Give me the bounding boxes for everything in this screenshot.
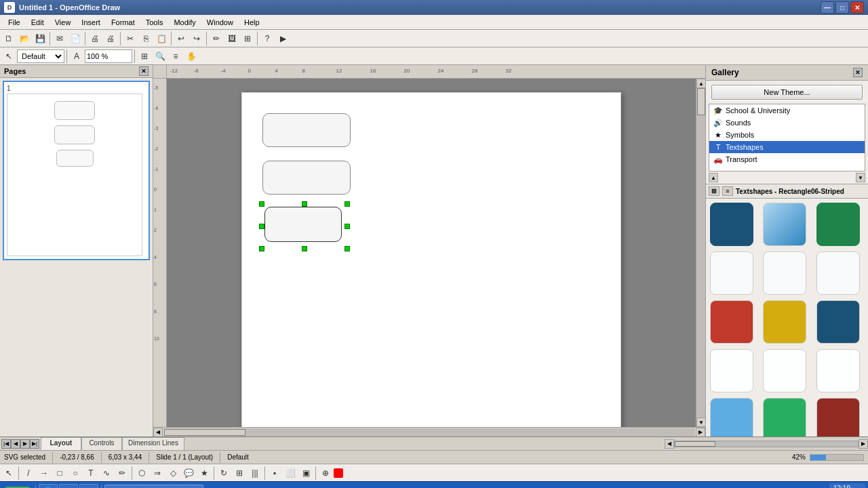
- gallery-grid-view-button[interactable]: ⊞: [709, 186, 719, 196]
- undo-button[interactable]: ↩: [174, 31, 189, 46]
- gallery-cell-7[interactable]: [709, 299, 755, 345]
- tab-scroll-right[interactable]: ▶: [859, 439, 868, 449]
- shape-2[interactable]: [262, 161, 351, 195]
- zoom-in-btn[interactable]: 🔍: [153, 49, 167, 64]
- new-theme-button[interactable]: New Theme...: [711, 85, 863, 100]
- layer-btn[interactable]: ≡: [168, 49, 183, 64]
- arrow-tool[interactable]: →: [37, 466, 52, 481]
- tab-controls[interactable]: Controls: [81, 437, 122, 450]
- hscroll-thumb[interactable]: [164, 429, 245, 436]
- pages-close-button[interactable]: ✕: [139, 66, 149, 76]
- ellipse-tool[interactable]: ○: [68, 466, 83, 481]
- save-button[interactable]: 💾: [33, 31, 47, 46]
- gallery-close-button[interactable]: ✕: [853, 68, 863, 77]
- draw-btn[interactable]: ✏: [209, 31, 224, 46]
- gallery-cell-5[interactable]: [762, 250, 808, 296]
- taskbar-oo-draw[interactable]: Untitled 1 - OpenOffice Draw: [104, 485, 203, 489]
- paste-button[interactable]: 📋: [154, 31, 169, 46]
- menu-format[interactable]: Format: [106, 17, 140, 28]
- move-btn[interactable]: ✋: [184, 49, 199, 64]
- email-button[interactable]: ✉: [52, 31, 67, 46]
- theme-textshapes[interactable]: T Textshapes: [709, 141, 865, 153]
- gallery-cell-10[interactable]: [709, 348, 755, 394]
- page-style-combo[interactable]: Default: [17, 49, 64, 63]
- 3d-tool[interactable]: ⬜: [283, 466, 298, 481]
- style-btn[interactable]: A: [69, 49, 84, 64]
- zoom-slider[interactable]: [810, 454, 864, 461]
- rect-tool[interactable]: □: [52, 466, 67, 481]
- new-button[interactable]: 🗋: [1, 31, 16, 46]
- vscroll-down-button[interactable]: ▼: [696, 418, 705, 427]
- gallery-list-scroll-up[interactable]: ▲: [709, 173, 718, 182]
- taskbar-ie[interactable]: 🌐: [39, 484, 58, 489]
- tab-area-empty[interactable]: [184, 437, 665, 450]
- shadow-tool[interactable]: ▪: [267, 466, 282, 481]
- drawing-canvas[interactable]: [167, 79, 696, 427]
- menu-file[interactable]: File: [3, 17, 26, 28]
- handle-bm[interactable]: [302, 246, 307, 251]
- gallery-cell-14[interactable]: [762, 396, 808, 436]
- position-tool[interactable]: ⊕: [318, 466, 333, 481]
- extrude-tool[interactable]: ▣: [298, 466, 313, 481]
- menu-view[interactable]: View: [50, 17, 77, 28]
- distribute-tool[interactable]: |||: [248, 466, 262, 481]
- menu-tools[interactable]: Tools: [140, 17, 169, 28]
- help-button[interactable]: ?: [260, 31, 275, 46]
- tab-prev-button[interactable]: ◀: [11, 439, 20, 449]
- arrow-btn[interactable]: ↖: [1, 49, 16, 64]
- handle-br[interactable]: [344, 246, 350, 251]
- taskbar-media[interactable]: ▶: [79, 484, 98, 489]
- hscroll-right-button[interactable]: ▶: [696, 428, 705, 437]
- shape-1[interactable]: [262, 113, 351, 147]
- copy-button[interactable]: ⎘: [138, 31, 153, 46]
- print-button[interactable]: 🖨: [103, 31, 118, 46]
- page-1-container[interactable]: 1: [3, 81, 150, 260]
- gallery-cell-8[interactable]: [762, 299, 808, 345]
- menu-modify[interactable]: Modify: [168, 17, 201, 28]
- tab-last-button[interactable]: ▶|: [30, 439, 39, 449]
- fit-page-btn[interactable]: ⊞: [137, 49, 152, 64]
- shapes-tool[interactable]: ⬡: [134, 466, 149, 481]
- rotate-tool[interactable]: ↻: [216, 466, 231, 481]
- handle-bl[interactable]: [259, 246, 264, 251]
- gallery-cell-15[interactable]: [815, 396, 861, 436]
- handle-tr[interactable]: [344, 201, 350, 207]
- gallery-cell-13[interactable]: [709, 396, 755, 436]
- vscroll-thumb[interactable]: [697, 88, 705, 115]
- menu-insert[interactable]: Insert: [76, 17, 106, 28]
- open-button[interactable]: 📂: [17, 31, 32, 46]
- maximize-button[interactable]: □: [835, 1, 849, 14]
- redo-button[interactable]: ↪: [189, 31, 204, 46]
- gallery-cell-9[interactable]: [815, 299, 861, 345]
- print-preview-button[interactable]: 🖨: [87, 31, 102, 46]
- theme-transport[interactable]: 🚗 Transport: [709, 153, 865, 165]
- close-button[interactable]: ✕: [850, 1, 864, 14]
- menu-window[interactable]: Window: [201, 17, 239, 28]
- minimize-button[interactable]: —: [821, 1, 834, 14]
- gallery-list-scroll-down[interactable]: ▼: [856, 173, 865, 182]
- theme-symbols[interactable]: ★ Symbols: [709, 129, 865, 141]
- gallery-cell-3[interactable]: [815, 201, 861, 247]
- handle-mr[interactable]: [344, 224, 350, 229]
- macro-button[interactable]: ▶: [275, 31, 290, 46]
- hscroll-left-button[interactable]: ◀: [153, 428, 163, 437]
- gallery-cell-11[interactable]: [762, 348, 808, 394]
- align-tool[interactable]: ⊞: [232, 466, 247, 481]
- tab-dimension-lines[interactable]: Dimension Lines: [122, 437, 184, 450]
- gallery-cell-12[interactable]: [815, 348, 861, 394]
- block-arrows-tool[interactable]: ⇒: [150, 466, 165, 481]
- gallery-list-view-button[interactable]: ≡: [722, 186, 733, 196]
- line-tool[interactable]: /: [21, 466, 36, 481]
- color-btn[interactable]: [334, 468, 343, 478]
- select-tool[interactable]: ↖: [1, 466, 16, 481]
- theme-school[interactable]: 🎓 School & University: [709, 104, 865, 117]
- tab-first-button[interactable]: |◀: [1, 439, 11, 449]
- zoom-input[interactable]: [85, 49, 132, 63]
- tab-layout[interactable]: Layout: [41, 437, 81, 450]
- handle-tm[interactable]: [302, 201, 307, 207]
- gallery-cell-6[interactable]: [815, 250, 861, 296]
- gallery-cell-4[interactable]: [709, 250, 755, 296]
- menu-edit[interactable]: Edit: [26, 17, 50, 28]
- menu-help[interactable]: Help: [239, 17, 265, 28]
- handle-ml[interactable]: [259, 224, 264, 229]
